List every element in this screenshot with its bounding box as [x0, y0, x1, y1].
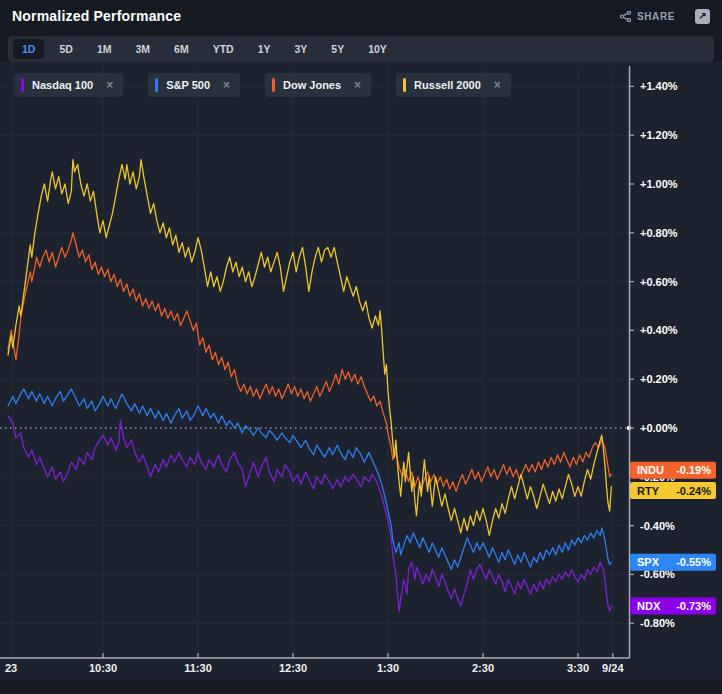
y-tick-label: +1.20%	[640, 129, 678, 141]
legend-chip-nasdaq-100[interactable]: Nasdaq 100×	[14, 73, 123, 97]
tab-5d[interactable]: 5D	[50, 39, 81, 59]
tab-3y[interactable]: 3Y	[286, 39, 317, 59]
x-tick-label: 10:30	[89, 662, 117, 674]
price-flag-ticker: INDU	[637, 464, 664, 476]
series-color-bar	[21, 78, 24, 92]
tab-10y[interactable]: 10Y	[359, 39, 396, 59]
x-tick-label: 9/24	[602, 662, 624, 674]
x-tick-label: 12:30	[279, 662, 307, 674]
normalized-performance-widget: +1.40%+1.20%+1.00%+0.80%+0.60%+0.40%+0.2…	[0, 0, 722, 694]
y-tick-label: +0.00%	[640, 422, 678, 434]
price-flag-value: -0.73%	[676, 600, 711, 612]
y-tick-label: -0.80%	[640, 617, 675, 629]
x-tick-label: 11:30	[184, 662, 212, 674]
legend-chip-russell-2000[interactable]: Russell 2000×	[396, 73, 511, 97]
legend-chip-label: Russell 2000	[414, 79, 481, 91]
share-icon	[620, 11, 631, 22]
legend: Nasdaq 100×S&P 500×Dow Jones×Russell 200…	[14, 73, 511, 97]
y-tick-label: -0.40%	[640, 520, 675, 532]
y-tick-label: +0.40%	[640, 324, 678, 336]
series-color-bar	[272, 78, 275, 92]
legend-chip-s-p-500[interactable]: S&P 500×	[148, 73, 240, 97]
expand-button[interactable]: ↗	[695, 9, 710, 24]
tab-5y[interactable]: 5Y	[322, 39, 353, 59]
close-icon[interactable]: ×	[354, 79, 361, 91]
price-flag-value: -0.55%	[676, 556, 711, 568]
expand-arrow-icon: ↗	[698, 11, 706, 21]
price-flag-ticker: SPX	[637, 556, 660, 568]
price-flag-ticker: RTY	[637, 485, 660, 497]
tab-6m[interactable]: 6M	[165, 39, 198, 59]
header: Normalized Performance SHARE ↗	[0, 0, 722, 32]
price-flag-value: -0.19%	[676, 464, 711, 476]
y-tick-label: +1.00%	[640, 178, 678, 190]
y-tick-label: +0.80%	[640, 227, 678, 239]
series-color-bar	[155, 78, 158, 92]
series-color-bar	[403, 78, 406, 92]
legend-chip-label: Nasdaq 100	[32, 79, 93, 91]
timeframe-tabbar: 1D5D1M3M6MYTD1Y3Y5Y10Y	[8, 36, 714, 62]
close-icon[interactable]: ×	[223, 79, 230, 91]
tab-1y[interactable]: 1Y	[249, 39, 280, 59]
tab-1m[interactable]: 1M	[88, 39, 121, 59]
y-tick-label: +0.20%	[640, 373, 678, 385]
x-tick-label: 2:30	[472, 662, 494, 674]
share-button[interactable]: SHARE	[620, 11, 675, 22]
legend-chip-label: Dow Jones	[283, 79, 341, 91]
price-flag-ticker: NDX	[637, 600, 661, 612]
y-tick-label: +0.60%	[640, 276, 678, 288]
tab-1d[interactable]: 1D	[13, 39, 44, 59]
chart-plot[interactable]: +1.40%+1.20%+1.00%+0.80%+0.60%+0.40%+0.2…	[0, 0, 722, 694]
legend-chip-dow-jones[interactable]: Dow Jones×	[265, 73, 371, 97]
tab-3m[interactable]: 3M	[126, 39, 159, 59]
x-tick-label: 1:30	[377, 662, 399, 674]
close-icon[interactable]: ×	[106, 79, 113, 91]
y-tick-label: +1.40%	[640, 80, 678, 92]
tab-ytd[interactable]: YTD	[204, 39, 243, 59]
price-flag-value: -0.24%	[676, 485, 711, 497]
x-tick-label: 23	[5, 662, 17, 674]
close-icon[interactable]: ×	[494, 79, 501, 91]
x-tick-label: 3:30	[567, 662, 589, 674]
share-label: SHARE	[637, 11, 675, 22]
legend-chip-label: S&P 500	[166, 79, 210, 91]
bottom-strip	[0, 680, 722, 694]
chart-background	[0, 62, 722, 680]
page-title: Normalized Performance	[12, 8, 181, 24]
